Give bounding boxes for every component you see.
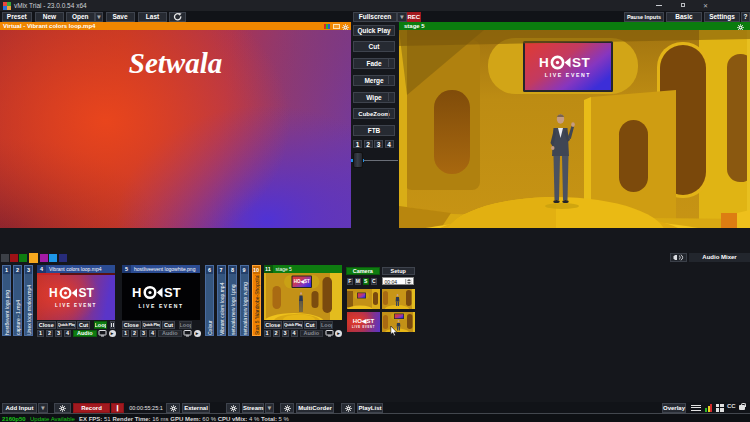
svg-text:ST: ST xyxy=(164,285,181,300)
svg-text:LIVE EVENT: LIVE EVENT xyxy=(545,72,591,78)
svg-text:ST: ST xyxy=(572,55,591,70)
svg-text:LIVE EVENT: LIVE EVENT xyxy=(55,302,97,307)
svg-text:HO◀ST: HO◀ST xyxy=(293,279,309,284)
svg-text:H: H xyxy=(539,55,549,70)
svg-text:LIVE EVENT: LIVE EVENT xyxy=(351,324,374,328)
svg-text:HO◀ST: HO◀ST xyxy=(352,318,374,324)
svg-text:H: H xyxy=(132,285,141,300)
svg-text:LIVE EVENT: LIVE EVENT xyxy=(138,303,183,309)
svg-text:ST: ST xyxy=(79,286,95,300)
svg-text:H: H xyxy=(49,286,58,300)
